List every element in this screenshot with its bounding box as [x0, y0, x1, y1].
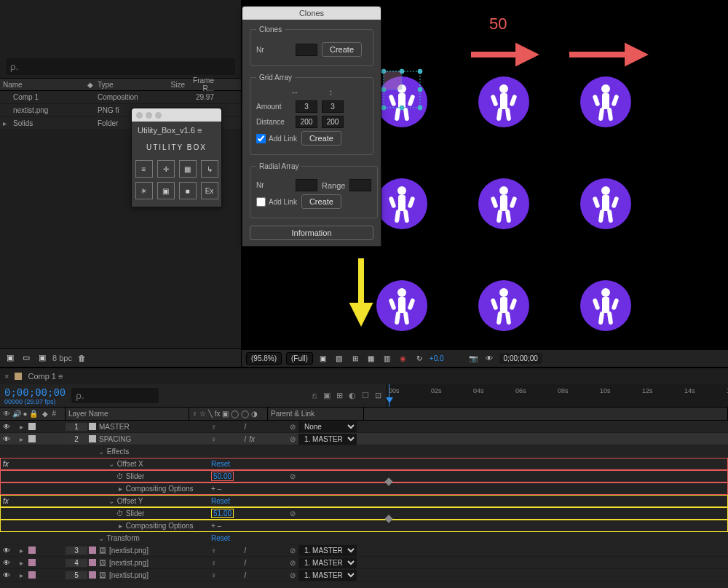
utility-tool-button[interactable]: ▦ [179, 160, 197, 178]
svg-rect-38 [602, 195, 609, 211]
tl-tool-icon[interactable]: ◐ [349, 391, 356, 400]
clones-nr-input[interactable] [296, 44, 317, 56]
tl-tool-icon[interactable]: ⎌ [312, 391, 317, 400]
fps-label: 00000 (29.97 fps) [4, 398, 66, 405]
toggle-mask-icon[interactable]: ▧ [333, 353, 345, 365]
parent-dropdown[interactable]: None [298, 421, 357, 432]
amount-y-input[interactable] [322, 100, 344, 113]
grid-create-button[interactable]: Create [301, 131, 341, 146]
utility-tool-button[interactable]: Ex [201, 182, 218, 199]
utility-tool-button[interactable]: ✛ [157, 160, 175, 178]
radial-create-button[interactable]: Create [301, 194, 341, 209]
new-comp-icon[interactable]: ▣ [36, 352, 48, 364]
svg-point-44 [397, 288, 406, 297]
time-ruler[interactable]: 00s02s04s06s08s10s12s14s16 [386, 384, 728, 407]
zoom-dropdown[interactable]: (95.8%) [246, 352, 282, 365]
dist-x-input[interactable] [296, 116, 317, 128]
grid-add-link-checkbox[interactable]: Add Link [256, 134, 297, 143]
col-type[interactable]: Type [98, 81, 156, 89]
svg-point-72 [418, 87, 422, 92]
timeline-row[interactable]: fx⌄ Offset YReset [0, 495, 728, 507]
timeline-row[interactable]: ⏱ Slider51.00⊘ [0, 507, 728, 520]
tl-tool-icon[interactable]: ⊡ [375, 391, 381, 400]
tl-tool-icon[interactable]: ☐ [362, 391, 369, 400]
svg-point-66 [418, 69, 422, 74]
trash-icon[interactable]: 🗑 [76, 352, 88, 364]
utility-box-panel[interactable]: Utility_Box_v1.6 ≡ UTILITY BOX ≡✛▦↳☀▣■Ex [131, 108, 222, 207]
timeline-row[interactable]: ⌄ TransformReset [0, 532, 728, 544]
amount-x-input[interactable] [296, 100, 317, 113]
utility-tool-button[interactable]: ☀ [135, 182, 153, 199]
interpret-icon[interactable]: ▣ [4, 352, 16, 364]
radial-nr-label: Nr [256, 181, 291, 189]
bpc-label[interactable]: 8 bpc [52, 354, 72, 362]
svg-point-9 [499, 84, 508, 93]
snapshot-icon[interactable]: 📷 [467, 353, 479, 365]
svg-rect-31 [500, 195, 507, 211]
radial-nr-input[interactable] [296, 179, 317, 191]
timeline-row[interactable]: 👁 ▸3🖼[nextist.png]♀/⊘1. MASTER [0, 544, 728, 557]
toggle-grid-icon[interactable]: ▥ [381, 353, 393, 365]
show-snapshot-icon[interactable]: 👁 [483, 353, 495, 365]
col-name[interactable]: Name [3, 81, 83, 89]
timeline-row[interactable]: 👁 ▸2SPACING♀/fx⊘1. MASTER [0, 433, 728, 445]
parent-dropdown[interactable]: 1. MASTER [298, 545, 357, 556]
folder-icon[interactable]: ▭ [20, 352, 32, 364]
svg-point-58 [601, 288, 610, 297]
tl-tool-icon[interactable]: ⊞ [336, 391, 343, 400]
clones-create-button[interactable]: Create [322, 42, 362, 57]
timeline-row[interactable]: ⌄ Effects [0, 445, 728, 458]
exposure-value[interactable]: +0.0 [430, 354, 444, 362]
project-item[interactable]: Comp 1Composition29.97 [0, 91, 241, 104]
timeline-row[interactable]: fx⌄ Offset XReset [0, 458, 728, 470]
utility-tool-button[interactable]: ■ [179, 182, 197, 199]
playhead-caret[interactable] [386, 397, 393, 403]
toggle-safe-icon[interactable]: ▦ [365, 353, 377, 365]
radial-add-link-checkbox[interactable]: Add Link [256, 197, 297, 207]
timeline-tab-name[interactable]: Comp 1 ≡ [28, 372, 63, 381]
ruler-tick: 06s [515, 387, 526, 394]
timeline-row[interactable]: ⏱ Slider50.00⊘ [0, 470, 728, 482]
svg-point-51 [499, 288, 508, 297]
utility-tool-button[interactable]: ≡ [135, 160, 153, 178]
tl-tool-icon[interactable]: ▣ [323, 391, 331, 400]
project-search-input[interactable] [6, 58, 235, 75]
svg-point-67 [381, 106, 386, 110]
preview-timecode[interactable]: 0;00;00;00 [499, 353, 542, 364]
parent-dropdown[interactable]: 1. MASTER [298, 570, 357, 581]
timeline-row[interactable]: ▸ Compositing Options+ – [0, 482, 728, 495]
col-frame[interactable]: Frame R... [185, 76, 214, 92]
dist-y-input[interactable] [322, 116, 344, 128]
project-footer: ▣ ▭ ▣ 8 bpc 🗑 [0, 348, 241, 367]
channel-icon[interactable]: ◉ [397, 353, 409, 365]
close-tab-icon[interactable]: × [4, 372, 9, 381]
ruler-tick: 02s [431, 387, 442, 394]
utility-tool-button[interactable]: ▣ [157, 182, 175, 199]
toggle-alpha-icon[interactable]: ▣ [317, 353, 329, 365]
utility-box-titlebar[interactable] [132, 108, 221, 122]
toggle-guides-icon[interactable]: ⊞ [349, 353, 361, 365]
information-button[interactable]: Information [250, 226, 373, 240]
timeline-row[interactable]: 👁 ▸5🖼[nextist.png]♀/⊘1. MASTER [0, 569, 728, 581]
svg-point-70 [400, 106, 404, 110]
clones-titlebar[interactable]: Clones [242, 7, 381, 20]
timeline-search-input[interactable] [71, 388, 159, 403]
switches-col: 👁 🔊 ● 🔒 ◆ # [0, 408, 66, 420]
res-dropdown[interactable]: (Full) [286, 352, 313, 365]
parent-dropdown[interactable]: 1. MASTER [298, 557, 357, 568]
svg-point-37 [601, 186, 610, 195]
timeline-row[interactable]: ▸ Compositing Options+ – [0, 520, 728, 532]
parent-dropdown[interactable]: 1. MASTER [298, 434, 357, 445]
utility-tool-button[interactable]: ↳ [201, 160, 218, 178]
clones-panel[interactable]: Clones Clones Nr Create Grid Array ↔↕ Am… [242, 6, 381, 247]
timeline-row[interactable]: 👁 ▸4🖼[nextist.png]♀/⊘1. MASTER [0, 557, 728, 569]
timeline-row[interactable]: 👁 ▸1MASTER♀/⊘None [0, 421, 728, 433]
reset-exposure-icon[interactable]: ↻ [414, 353, 425, 365]
svg-rect-45 [398, 297, 405, 313]
current-timecode[interactable]: 0;00;00;00 [4, 386, 66, 398]
col-size[interactable]: Size [156, 81, 185, 89]
radial-range-input[interactable] [349, 179, 371, 191]
comp-label-icon [15, 373, 22, 380]
annotation-top-number: 50 [489, 15, 507, 33]
col-tag[interactable]: ◆ [83, 81, 98, 89]
